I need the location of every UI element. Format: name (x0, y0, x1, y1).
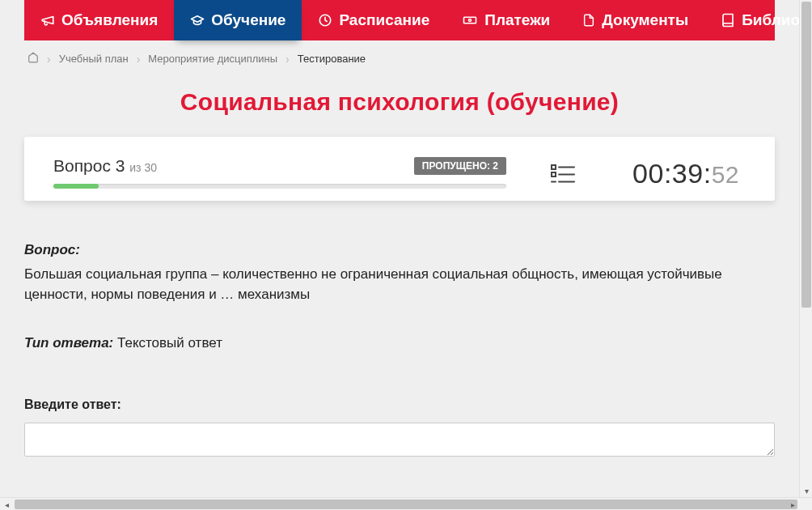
chevron-right-icon: › (47, 53, 51, 66)
scrollbar-thumb[interactable] (801, 2, 811, 308)
breadcrumb: › Учебный план › Мероприятие дисциплины … (0, 40, 799, 74)
nav-payments[interactable]: Платежи (446, 0, 566, 40)
question-current: 3 (116, 156, 125, 175)
scroll-right-icon[interactable]: ▸ (786, 498, 799, 510)
answer-type-row: Тип ответа: Текстовый ответ (24, 333, 775, 354)
vertical-scrollbar[interactable]: ▴ ▾ (799, 0, 812, 510)
nav-schedule[interactable]: Расписание (302, 0, 446, 40)
question-list-button[interactable] (514, 156, 611, 189)
scroll-down-icon[interactable]: ▾ (800, 484, 812, 497)
question-total: 30 (144, 161, 157, 174)
nav-label: Обучение (211, 11, 285, 29)
progress-bar (53, 184, 506, 189)
question-progress-col: Вопрос 3 из 30 ПРОПУЩЕНО: 2 (53, 156, 506, 189)
nav-label: Расписание (339, 11, 429, 29)
chevron-right-icon: › (137, 53, 141, 66)
scroll-left-icon[interactable]: ◂ (0, 498, 13, 510)
clock-icon (318, 13, 332, 28)
breadcrumb-link[interactable]: Мероприятие дисциплины (148, 53, 277, 65)
answer-type-label: Тип ответа: (24, 335, 113, 351)
breadcrumb-current: Тестирование (298, 53, 366, 65)
svg-point-2 (469, 19, 472, 22)
timer-seconds: 52 (712, 161, 739, 188)
viewport: Объявления Обучение Расписание Платежи (0, 0, 812, 510)
answer-input[interactable] (24, 423, 775, 457)
nav-label: Документы (602, 11, 688, 29)
main-nav: Объявления Обучение Расписание Платежи (24, 0, 775, 40)
book-icon (721, 13, 735, 28)
question-label: Вопрос: (24, 242, 80, 257)
chevron-right-icon: › (285, 53, 290, 66)
timer-main: 00:39: (632, 158, 712, 189)
of-word: из (129, 161, 141, 174)
svg-rect-3 (552, 165, 556, 169)
breadcrumb-link[interactable]: Учебный план (59, 53, 129, 65)
question-text: Большая социальная группа – количественн… (24, 264, 775, 305)
answer-type-value: Текстовый ответ (117, 335, 222, 351)
megaphone-icon (40, 13, 55, 28)
question-word: Вопрос (53, 156, 111, 175)
timer: 00:39:52 (620, 156, 746, 189)
horizontal-scrollbar[interactable]: ◂ ▸ (0, 497, 812, 510)
page-title: Социальная психология (обучение) (0, 88, 799, 116)
answer-input-row: Введите ответ: (24, 395, 775, 463)
content: Объявления Обучение Расписание Платежи (0, 0, 799, 510)
question-counter: Вопрос 3 из 30 (53, 156, 157, 176)
progress-fill (53, 184, 99, 189)
home-icon[interactable] (27, 52, 39, 66)
answer-input-label: Введите ответ: (24, 395, 775, 414)
nav-announcements[interactable]: Объявления (24, 0, 174, 40)
svg-rect-5 (552, 172, 556, 176)
svg-rect-1 (464, 17, 476, 23)
question-header: Вопрос 3 из 30 ПРОПУЩЕНО: 2 (53, 156, 506, 176)
question-header-card: Вопрос 3 из 30 ПРОПУЩЕНО: 2 (24, 137, 775, 201)
skipped-badge: ПРОПУЩЕНО: 2 (414, 157, 506, 175)
nav-documents[interactable]: Документы (566, 0, 704, 40)
scrollbar-thumb[interactable] (15, 499, 797, 509)
nav-label: Платежи (484, 11, 550, 29)
graduation-cap-icon (190, 13, 205, 28)
nav-education[interactable]: Обучение (174, 0, 302, 40)
nav-label: Объявления (61, 11, 158, 29)
nav-library[interactable]: Библиотека (704, 0, 812, 40)
question-block: Вопрос: Большая социальная группа – коли… (24, 240, 775, 463)
banknote-icon (462, 13, 478, 28)
file-icon (582, 13, 595, 28)
